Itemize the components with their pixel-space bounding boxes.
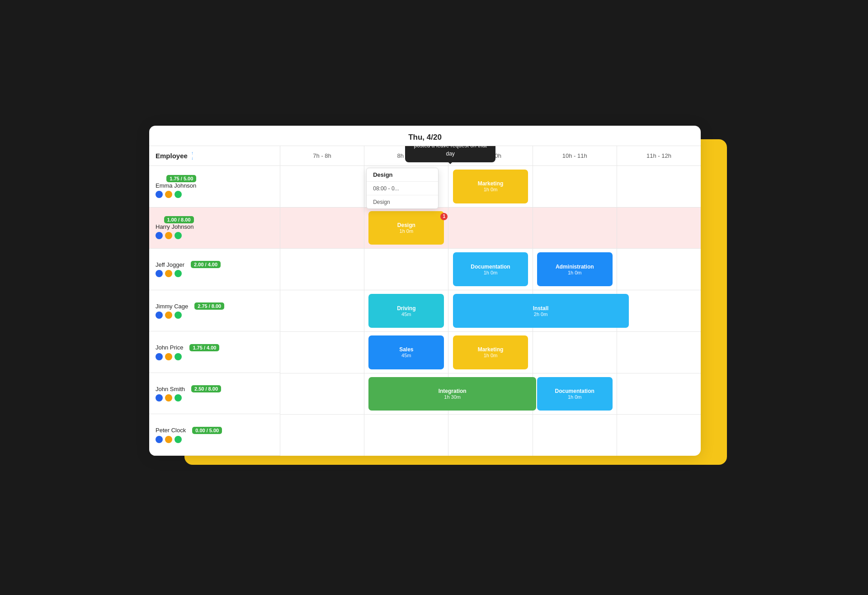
dot-green-johnsmith: [175, 394, 182, 401]
dot-green-peterclock: [175, 436, 182, 443]
emp-badge-jeff: 2.00 / 4.00: [191, 261, 221, 268]
emp-name-badge-jeff: Jeff Jogger 2.00 / 4.00: [156, 261, 221, 268]
event-jeff-documentation[interactable]: Documentation 1h 0m: [453, 252, 528, 286]
employee-row-jimmy: Jimmy Cage 2.75 / 8.00: [149, 290, 280, 332]
emp-info-emma: 1.75 / 5.00 Emma Johnson: [156, 175, 196, 198]
dot-orange-harry: [165, 232, 172, 239]
event-harry-design[interactable]: Design 1h 0m 1: [368, 211, 444, 245]
event-title-jimmy-driving: Driving: [397, 305, 415, 312]
emp-info-jimmy: Jimmy Cage 2.75 / 8.00: [156, 302, 224, 319]
time-row-emma: Design 08:00 - 0... Design Harry Johnson…: [280, 166, 701, 208]
emp-name-peterclock: Peter Clock: [156, 427, 186, 434]
emp-info-peterclock: Peter Clock 0.00 / 5.00: [156, 427, 222, 443]
emp-badge-johnsmith: 2.50 / 8.00: [191, 385, 221, 392]
slot-jeff-9: Documentation 1h 0m: [448, 249, 533, 290]
slot-emma-9: Marketing 1h 0m: [448, 166, 533, 207]
grid-container: Employee ↑↓ 1.75 / 5.00 Emma Johnson: [149, 146, 701, 456]
outer-wrapper: Thu, 4/20 Employee ↑↓ 1.75 / 5.00: [149, 126, 719, 469]
date-label: Thu, 4/20: [408, 133, 442, 142]
event-title-johnsmith-integration: Integration: [439, 388, 467, 394]
time-header-10: 10h - 11h: [533, 146, 617, 165]
slot-harry-9: [448, 208, 533, 249]
slot-johnprice-10: [533, 332, 617, 373]
event-jimmy-install[interactable]: Install 2h 0m: [453, 294, 629, 328]
event-time-jimmy-driving: 45m: [401, 312, 411, 317]
event-johnprice-marketing[interactable]: Marketing 1h 0m: [453, 335, 528, 369]
employee-column: Employee ↑↓ 1.75 / 5.00 Emma Johnson: [149, 146, 280, 456]
event-title-johnprice-marketing: Marketing: [478, 346, 504, 353]
event-johnprice-sales[interactable]: Sales 45m: [368, 335, 444, 369]
dot-orange: [165, 191, 172, 198]
event-jeff-admin[interactable]: Administration 1h 0m: [537, 252, 613, 286]
employee-row-harry: 1.00 / 8.00 Harry Johnson: [149, 208, 280, 249]
event-emma-marketing[interactable]: Marketing 1h 0m: [453, 170, 528, 203]
dot-blue-peterclock: [156, 436, 163, 443]
emp-info-harry: 1.00 / 8.00 Harry Johnson: [156, 216, 194, 239]
dot-green-harry: [175, 232, 182, 239]
event-time-emma-marketing: 1h 0m: [484, 187, 498, 192]
emp-dots-harry: [156, 232, 194, 239]
time-row-jeff: Documentation 1h 0m Administration 1h 0m: [280, 249, 701, 290]
emp-name-badge-peterclock: Peter Clock 0.00 / 5.00: [156, 427, 222, 434]
event-jimmy-driving[interactable]: Driving 45m: [368, 294, 444, 328]
emp-info-johnprice: John Price 1.75 / 4.00: [156, 344, 219, 360]
slot-harry-11: [617, 208, 701, 249]
slot-emma-11: [617, 166, 701, 207]
slot-harry-8: Design 1h 0m 1: [364, 208, 448, 249]
slot-johnprice-9: Marketing 1h 0m: [448, 332, 533, 373]
event-time-johnprice-marketing: 1h 0m: [484, 353, 498, 358]
event-johnsmith-integration[interactable]: Integration 1h 30m: [368, 377, 536, 411]
time-row-johnsmith: Integration 1h 30m Documentation 1h 0m: [280, 373, 701, 415]
slot-johnprice-11: [617, 332, 701, 373]
dot-blue-johnsmith: [156, 394, 163, 401]
slot-johnsmith-7: [280, 373, 364, 415]
slot-jeff-8: [364, 249, 448, 290]
slot-jimmy-8: Driving 45m: [364, 290, 448, 331]
employee-col-header: Employee ↑↓: [149, 146, 280, 166]
dropdown-popup[interactable]: Design 08:00 - 0... Design: [366, 168, 439, 209]
slot-jeff-10: Administration 1h 0m: [533, 249, 617, 290]
employee-row-johnsmith: John Smith 2.50 / 8.00: [149, 373, 280, 415]
date-header: Thu, 4/20: [149, 126, 701, 146]
emp-name-emma: Emma Johnson: [156, 182, 196, 189]
dot-orange-johnsmith: [165, 394, 172, 401]
event-title-harry-design: Design: [397, 222, 415, 228]
employee-column-label: Employee: [156, 152, 188, 160]
emp-name-badge-jimmy: Jimmy Cage 2.75 / 8.00: [156, 302, 224, 310]
employee-row-emma: 1.75 / 5.00 Emma Johnson: [149, 166, 280, 208]
employee-row-jeff: Jeff Jogger 2.00 / 4.00: [149, 249, 280, 290]
event-title-johnprice-sales: Sales: [399, 346, 413, 353]
dropdown-label: Design: [373, 171, 392, 178]
time-label-9: 9h - 10h: [480, 152, 501, 159]
emp-dots-jeff: [156, 270, 221, 277]
time-label-8: 8h - 9h: [397, 152, 415, 159]
dot-blue: [156, 191, 163, 198]
slot-jimmy-11: [617, 290, 701, 331]
emp-name-badge-johnprice: John Price 1.75 / 4.00: [156, 344, 219, 351]
dropdown-sub: Design: [367, 195, 438, 208]
dropdown-time-range: 08:00 - 0...: [373, 185, 399, 192]
emp-badge-jimmy: 2.75 / 8.00: [194, 302, 224, 310]
time-row-harry: Design 1h 0m 1: [280, 208, 701, 249]
event-johnsmith-documentation[interactable]: Documentation 1h 0m: [537, 377, 613, 411]
event-time-johnprice-sales: 45m: [401, 353, 411, 358]
dot-green-johnprice: [175, 353, 182, 360]
event-time-jimmy-install: 2h 0m: [534, 312, 548, 317]
event-title-emma-marketing: Marketing: [478, 180, 504, 187]
slot-johnsmith-10: Documentation 1h 0m: [533, 373, 617, 415]
dot-orange-jeff: [165, 270, 172, 277]
slot-jeff-7: [280, 249, 364, 290]
event-title-jimmy-install: Install: [533, 305, 549, 312]
dot-green: [175, 191, 182, 198]
dot-green-jimmy: [175, 312, 182, 319]
dropdown-time: 08:00 - 0...: [367, 182, 438, 195]
dot-orange-johnprice: [165, 353, 172, 360]
dot-blue-johnprice: [156, 353, 163, 360]
time-header-row: 7h - 8h 8h - 9h 9h - 10h 10h - 11h 11h -…: [280, 146, 701, 166]
emp-name-badge-johnsmith: John Smith 2.50 / 8.00: [156, 385, 221, 392]
dot-blue-jeff: [156, 270, 163, 277]
time-header-7: 7h - 8h: [280, 146, 364, 165]
dropdown-sub-label: Design: [373, 199, 390, 205]
sort-icon[interactable]: ↑↓: [191, 151, 193, 161]
slot-jeff-11: [617, 249, 701, 290]
